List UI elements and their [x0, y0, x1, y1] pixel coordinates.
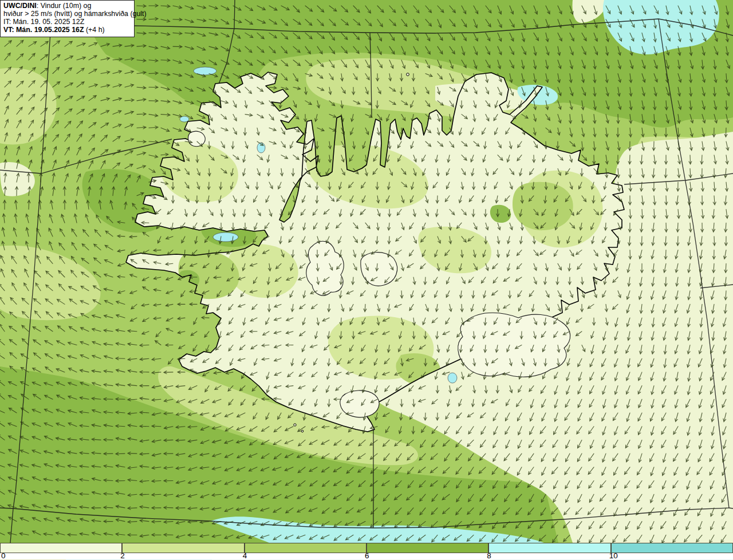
legend-box: UWC/DINI: Vindur (10m) og hviður > 25 m/… [0, 0, 135, 37]
colorbar-segment-2-4 [122, 543, 244, 553]
legend-init-time: IT: Mán. 19. 05. 2025 12Z [3, 18, 131, 26]
colorbar-tick-0: 0 [1, 552, 6, 559]
wind-map-canvas [0, 0, 733, 543]
glacier-myrdalsjokull [340, 391, 379, 417]
colorbar-tick-6: 6 [365, 552, 369, 559]
windspeed-colorbar: 0246810 [0, 543, 733, 560]
colorbar-segment-8-10 [488, 543, 610, 553]
colorbar-segment-4-6 [245, 543, 366, 553]
colorbar-tick-2: 2 [120, 552, 125, 559]
colorbar-tick-8: 8 [487, 552, 491, 559]
colorbar-segment-6-8 [366, 543, 488, 553]
colorbar-tick-4: 4 [243, 552, 247, 559]
lake-westfjords-2 [180, 116, 189, 122]
glacier-drangajokull [188, 131, 206, 146]
colorbar-segment-10-12 [611, 543, 733, 553]
lake-breidafjordur-gust [213, 232, 238, 242]
weather-map-page: { "legend": { "line1_bold": "UWC/DINI", … [0, 0, 733, 560]
legend-line-1: UWC/DINI: Vindur (10m) og [3, 2, 131, 10]
legend-line-2: hviður > 25 m/s (hvítt) og hámarkshviða … [3, 10, 131, 18]
glacier-vatnajokull [458, 313, 570, 377]
lake-myvatn [448, 373, 457, 383]
product-name: UWC/DINI [3, 2, 37, 10]
legend-valid-time: VT: Mán. 19.05.2025 16Z (+4 h) [3, 26, 131, 34]
colorbar-segment-0-2 [0, 543, 122, 553]
colorbar-tick-10: 10 [609, 552, 618, 559]
